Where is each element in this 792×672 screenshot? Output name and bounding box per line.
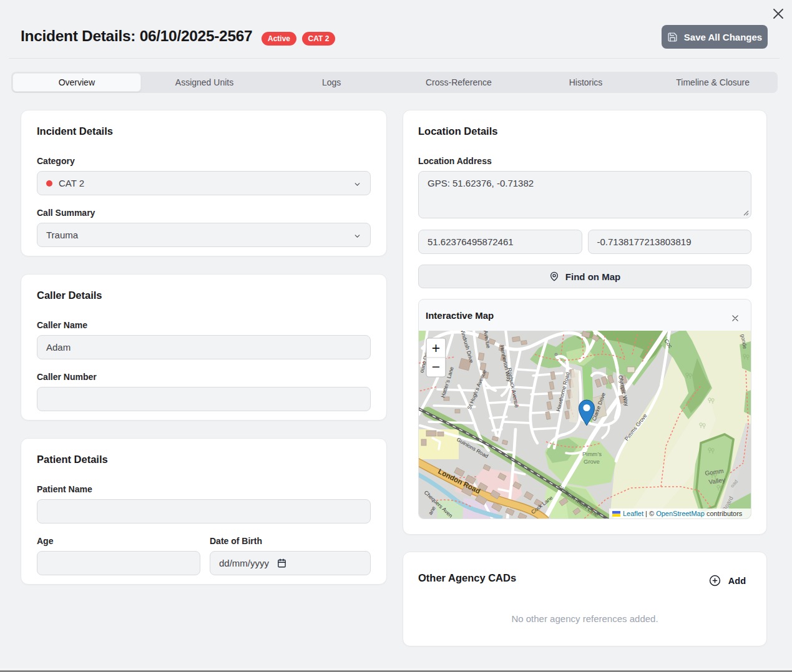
svg-text:+: +	[432, 340, 440, 356]
svg-text:Leaflet | © OpenStreetMap cont: Leaflet | © OpenStreetMap contributors	[623, 510, 743, 517]
svg-text:−: −	[432, 359, 440, 375]
svg-text:Grove: Grove	[584, 458, 600, 465]
svg-text:Pimm’s: Pimm’s	[582, 450, 602, 457]
